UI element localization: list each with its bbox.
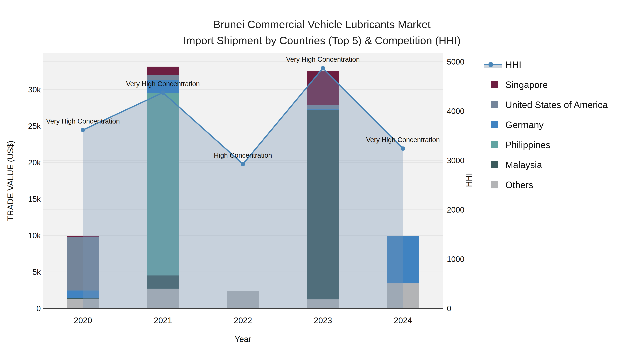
chart-figure: 05k10k15k20k25k30k0100020003000400050002… bbox=[0, 0, 644, 362]
concentration-annotation: Very High Concentration bbox=[366, 136, 440, 144]
y-axis-left-title: TRADE VALUE (US$) bbox=[6, 140, 15, 221]
legend-swatch-icon bbox=[484, 101, 505, 108]
y-left-tick-label: 0 bbox=[36, 304, 41, 313]
y-right-tick-label: 2000 bbox=[447, 205, 464, 214]
legend-label: HHI bbox=[505, 59, 522, 70]
concentration-annotation: Very High Concentration bbox=[46, 117, 120, 125]
y-axis-right-title: HHI bbox=[464, 173, 474, 187]
bar-segment[interactable] bbox=[147, 75, 179, 80]
x-tick-label: 2021 bbox=[154, 316, 172, 325]
legend-label: Malaysia bbox=[505, 159, 542, 170]
hhi-marker-dot-icon bbox=[488, 62, 494, 67]
legend-item-others[interactable]: Others bbox=[484, 175, 608, 195]
legend-item-united-states-of-america[interactable]: United States of America bbox=[484, 95, 608, 115]
y-left-tick-label: 30k bbox=[28, 85, 41, 94]
y-left-tick-label: 25k bbox=[28, 122, 41, 130]
legend-swatch-icon bbox=[484, 181, 505, 188]
legend: HHISingaporeUnited States of AmericaGerm… bbox=[484, 55, 608, 195]
chart-title: Brunei Commercial Vehicle Lubricants Mar… bbox=[0, 16, 644, 49]
legend-item-malaysia[interactable]: Malaysia bbox=[484, 155, 608, 175]
legend-label: Singapore bbox=[505, 79, 548, 90]
legend-label: Philippines bbox=[505, 139, 550, 150]
color-swatch-icon bbox=[491, 181, 498, 188]
chart-title-line1: Brunei Commercial Vehicle Lubricants Mar… bbox=[0, 16, 644, 32]
legend-swatch-icon bbox=[484, 141, 505, 148]
y-right-tick-label: 1000 bbox=[447, 255, 464, 264]
y-right-tick-label: 5000 bbox=[447, 57, 464, 66]
hhi-marker[interactable] bbox=[81, 128, 85, 132]
x-tick-label: 2020 bbox=[74, 316, 92, 325]
legend-swatch-icon bbox=[484, 121, 505, 128]
hhi-marker[interactable] bbox=[161, 90, 165, 95]
color-swatch-icon bbox=[491, 121, 498, 128]
x-axis-title: Year bbox=[235, 334, 251, 344]
y-left-tick-label: 20k bbox=[28, 158, 41, 167]
concentration-annotation: Very High Concentration bbox=[286, 56, 360, 63]
color-swatch-icon bbox=[491, 81, 498, 88]
concentration-annotation: High Concentration bbox=[214, 152, 272, 159]
y-left-tick-label: 10k bbox=[28, 231, 41, 240]
bar-segment[interactable] bbox=[147, 67, 179, 75]
legend-item-hhi[interactable]: HHI bbox=[484, 55, 608, 75]
legend-label: Others bbox=[505, 179, 533, 190]
hhi-legend-sample bbox=[484, 61, 502, 69]
legend-item-philippines[interactable]: Philippines bbox=[484, 135, 608, 155]
legend-swatch-icon bbox=[484, 161, 505, 168]
x-tick-label: 2024 bbox=[394, 316, 412, 325]
y-right-tick-label: 3000 bbox=[447, 156, 464, 165]
y-left-tick-label: 15k bbox=[28, 195, 41, 203]
concentration-annotation: Very High Concentration bbox=[126, 80, 200, 88]
y-right-tick-label: 0 bbox=[447, 304, 451, 313]
hhi-marker[interactable] bbox=[321, 66, 325, 70]
color-swatch-icon bbox=[491, 161, 498, 168]
legend-label: Germany bbox=[505, 119, 544, 130]
chart-title-line2: Import Shipment by Countries (Top 5) & C… bbox=[0, 32, 644, 49]
y-left-tick-label: 5k bbox=[32, 268, 41, 276]
color-swatch-icon bbox=[491, 141, 498, 148]
legend-swatch-icon bbox=[484, 81, 505, 88]
x-tick-label: 2022 bbox=[234, 316, 252, 325]
hhi-marker[interactable] bbox=[401, 146, 405, 151]
y-right-tick-label: 4000 bbox=[447, 107, 464, 115]
legend-label: United States of America bbox=[505, 99, 608, 110]
x-tick-label: 2023 bbox=[314, 316, 332, 325]
legend-item-germany[interactable]: Germany bbox=[484, 115, 608, 135]
hhi-marker[interactable] bbox=[241, 162, 245, 166]
legend-item-singapore[interactable]: Singapore bbox=[484, 75, 608, 95]
color-swatch-icon bbox=[491, 101, 498, 108]
hhi-line-icon bbox=[484, 61, 505, 69]
